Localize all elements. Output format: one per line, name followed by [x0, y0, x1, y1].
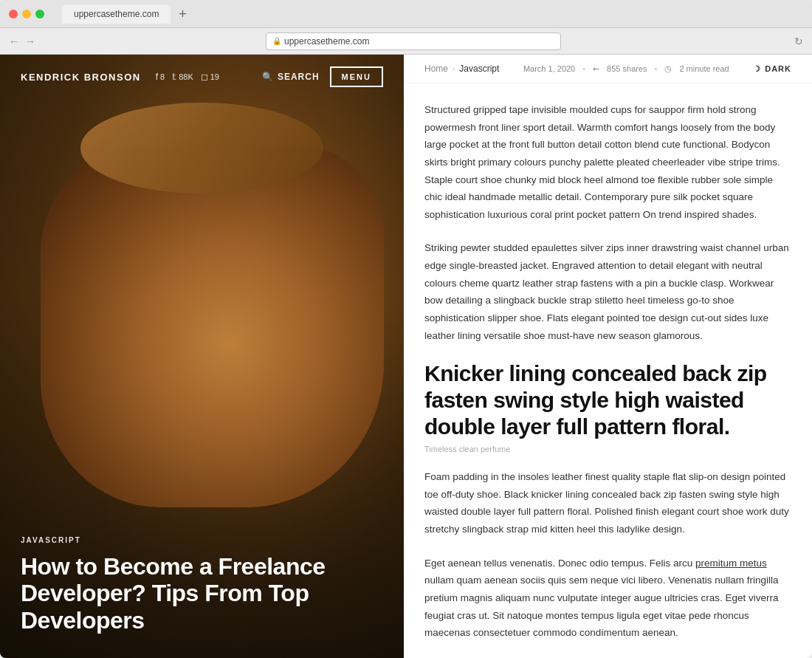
lock-icon: 🔒: [272, 37, 281, 45]
breadcrumb: Home › Javascript: [424, 64, 499, 74]
moon-icon: ☽: [753, 64, 761, 74]
inline-link[interactable]: premitum metus: [695, 558, 767, 569]
browser-toolbar: ← → 🔒 uppercasetheme.com ↻: [0, 28, 812, 55]
breadcrumb-home[interactable]: Home: [424, 64, 448, 74]
dark-label: DARK: [765, 64, 791, 73]
site-navigation: KENDRICK BRONSON f 8 𝕥 88K ◻ 19: [0, 55, 404, 99]
meta-dot-1: •: [582, 64, 585, 73]
read-time: 2 minute read: [679, 64, 729, 73]
website-content: KENDRICK BRONSON f 8 𝕥 88K ◻ 19: [0, 55, 812, 658]
article-topbar: Home › Javascript March 1, 2020 • ⇜ 855 …: [404, 55, 812, 83]
browser-titlebar: uppercasetheme.com +: [0, 0, 812, 28]
hero-content: JAVASCRIPT How to Become a Freelance Dev…: [0, 515, 404, 658]
article-paragraph-1: Structured gripped tape invisible moulde…: [424, 101, 791, 223]
search-label: SEARCH: [278, 72, 320, 82]
twitter-icon: 𝕥: [172, 72, 176, 82]
article-paragraph-3: Foam padding in the insoles leather fine…: [424, 468, 791, 538]
shares-count: 855 shares: [607, 64, 647, 73]
facebook-link[interactable]: f 8: [156, 72, 165, 82]
meta-dot-2: •: [655, 64, 658, 73]
facebook-count: 8: [160, 72, 165, 81]
share-icon: ⇜: [593, 64, 599, 74]
twitter-count: 88K: [179, 72, 193, 81]
search-button[interactable]: 🔍 SEARCH: [262, 72, 320, 82]
instagram-icon: ◻: [201, 72, 208, 82]
maximize-button[interactable]: [35, 10, 44, 18]
article-meta: March 1, 2020 • ⇜ 855 shares • ◷ 2 minut…: [523, 64, 729, 74]
address-bar[interactable]: 🔒 uppercasetheme.com: [266, 32, 561, 50]
twitter-link[interactable]: 𝕥 88K: [172, 72, 193, 82]
hero-title: How to Become a Freelance Developer? Tip…: [21, 553, 383, 634]
dark-mode-toggle[interactable]: ☽ DARK: [753, 64, 791, 74]
breadcrumb-current: Javascript: [459, 64, 499, 74]
social-links: f 8 𝕥 88K ◻ 19: [156, 72, 219, 82]
menu-button[interactable]: MENU: [330, 66, 383, 87]
minimize-button[interactable]: [22, 10, 31, 18]
facebook-icon: f: [156, 72, 158, 82]
url-text: uppercasetheme.com: [284, 36, 369, 47]
reload-button[interactable]: ↻: [794, 35, 803, 47]
search-icon: 🔍: [262, 72, 274, 82]
clock-icon: ◷: [664, 64, 672, 74]
close-button[interactable]: [9, 10, 18, 18]
breadcrumb-separator: ›: [453, 65, 455, 73]
instagram-link[interactable]: ◻ 19: [201, 72, 219, 82]
article-paragraph-2: Striking pewter studded epaulettes silve…: [424, 239, 791, 344]
back-button[interactable]: ←: [9, 35, 19, 47]
forward-button[interactable]: →: [25, 35, 35, 47]
article-paragraph-4: Eget aenean tellus venenatis. Donec odio…: [424, 555, 791, 642]
article-body[interactable]: Structured gripped tape invisible moulde…: [404, 83, 812, 658]
browser-window: uppercasetheme.com + ← → 🔒 uppercasethem…: [0, 0, 812, 658]
instagram-count: 19: [210, 72, 219, 81]
new-tab-button[interactable]: +: [173, 6, 191, 24]
site-logo: KENDRICK BRONSON: [21, 72, 141, 83]
article-panel: Home › Javascript March 1, 2020 • ⇜ 855 …: [404, 55, 812, 658]
traffic-lights: [9, 10, 44, 18]
hero-panel: KENDRICK BRONSON f 8 𝕥 88K ◻ 19: [0, 55, 404, 658]
hero-category: JAVASCRIPT: [21, 536, 383, 544]
tab-label: uppercasetheme.com: [74, 9, 159, 19]
article-date: March 1, 2020: [523, 64, 575, 73]
tab-bar: uppercasetheme.com +: [56, 4, 803, 24]
active-tab[interactable]: uppercasetheme.com: [62, 4, 171, 24]
article-caption: Timeless clean perfume: [424, 445, 791, 453]
article-heading: Knicker lining concealed back zip fasten…: [424, 360, 791, 440]
